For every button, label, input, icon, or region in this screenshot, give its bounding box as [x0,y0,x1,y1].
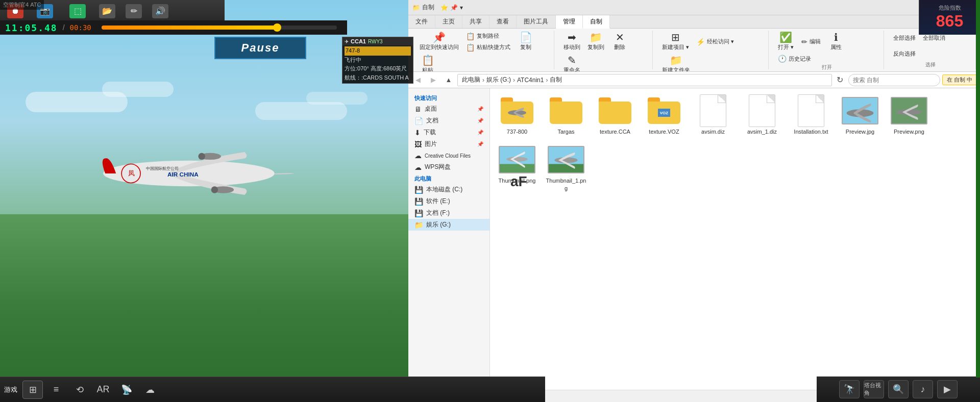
taskbar-ar-btn[interactable]: AR [93,381,113,399]
new-folder-btn[interactable]: 📁 新建文件夹 [659,54,693,71]
timer-remaining: 00:30 [70,23,91,32]
tab-view[interactable]: 查看 [489,15,517,28]
progress-bar[interactable] [102,26,337,30]
doc-avsim [700,94,726,127]
file-grid: 737-800 Targas [490,88,980,390]
taskbar-menu-btn[interactable]: ≡ [46,381,66,399]
sidebar-item-c[interactable]: 💾 本地磁盘 (C:) [408,184,489,195]
clipboard-group: 📌 固定到快速访问 📋 复制路径 📋 粘贴快捷方式 [412,31,554,69]
tower-view-btn[interactable]: 塔台视角 [864,380,884,398]
rename-btn[interactable]: ✎ 重命名 [560,54,583,71]
invert-selection-btn[interactable]: 反向选择 [890,49,919,59]
search-input[interactable] [848,74,940,86]
taskbar-screen-btn[interactable]: ⊞ [22,381,43,399]
copy-btn[interactable]: 📄 复制 [514,31,537,53]
open-group-label: 打开 [822,64,832,71]
sidebar-item-downloads[interactable]: ⬇ 下载 📌 [408,127,489,138]
danger-value: 865 [936,12,963,31]
taskbar-cloud-btn[interactable]: ☁ [140,381,160,399]
copy-to-icon: 📁 [590,32,602,42]
file-icon-thumbnail1 [548,144,584,175]
flight-info-body: 747-8 飞行中 方位:070° 高度:6860英尺 航线：:CARDS SO… [342,45,413,83]
flight-route: 航线：:CARDS SOUTH A [345,73,411,83]
pin-quick-access-btn[interactable]: 📌 固定到快速访问 [416,31,462,53]
danger-panel: 危险指数 865 [919,0,980,35]
move-to-btn[interactable]: ➡ 移动到 [560,31,583,53]
file-item-installation[interactable]: Installation.txt [788,92,834,138]
delete-btn[interactable]: ✕ 删除 [608,31,631,53]
drive-e-icon: 💾 [414,197,423,206]
svg-text:中国国际航空公司: 中国国际航空公司 [146,166,179,171]
file-item-737[interactable]: 737-800 [494,92,540,138]
file-item-texture-cca[interactable]: texture.CCA [592,92,638,138]
search-game-btn[interactable]: 🔍 [888,380,909,398]
tab-share[interactable]: 共享 [462,15,489,28]
tab-home[interactable]: 主页 [435,15,462,28]
history-btn[interactable]: 🕐 历史记录 [775,54,814,64]
file-icon-texture-voz: VOZ [646,95,682,126]
music-btn[interactable]: ♪ [913,380,933,398]
file-item-texture-voz[interactable]: VOZ texture.VOZ [641,92,687,138]
refresh-button[interactable]: ↻ [834,74,846,86]
select-all-btn[interactable]: 全部选择 [890,33,919,43]
file-item-thumbnail1[interactable]: Thumbnail_1.png [543,141,589,195]
file-icon-avsim [695,95,731,126]
open-file-btn[interactable]: ✅ 打开 ▾ [775,31,797,53]
file-item-preview-jpg[interactable]: Preview.jpg [837,92,883,138]
tab-file[interactable]: 文件 [408,15,435,28]
up-button[interactable]: ▲ [442,74,455,86]
fe-down-arrow: ▾ [460,4,463,11]
fe-sidebar: 快速访问 🖥 桌面 📌 📄 文档 📌 ⬇ 下载 📌 🖼 图片 📌 [408,88,490,390]
edit-file-btn[interactable]: ✏ 编辑 [798,37,824,47]
pause-label: Pause [241,41,280,55]
pin-icon: 📌 [433,32,446,42]
taskbar: 游戏 ⊞ ≡ ⟲ AR 📡 ☁ [0,376,545,402]
file-item-targas[interactable]: Targas [543,92,589,138]
address-path[interactable]: 此电脑 › 娱乐 (G:) › ATC4nin1 › 自制 [457,74,832,86]
quick-access-btn[interactable]: ⚡ 经松访问 ▾ [693,37,737,47]
sidebar-item-f[interactable]: 💾 文档 (F:) [408,207,489,219]
play-btn[interactable]: ▶ [937,380,958,398]
file-icon-preview-png [891,95,927,126]
binoculars-btn[interactable]: 🔭 [839,380,860,398]
paste-btn[interactable]: 📋 粘贴 [416,54,439,71]
copy-to-btn[interactable]: 📁 复制到 [584,31,607,53]
right-scrollbar[interactable] [976,0,980,378]
progress-knob [273,23,281,32]
in-custom-label: 在 自制 中 [947,77,972,83]
ribbon-tabs: 文件 主页 共享 查看 图片工具 管理 自制 [408,15,980,29]
file-explorer-titlebar: 📁 自制 ⭐ 📌 ▾ — □ ✕ [408,0,980,15]
new-item-btn[interactable]: ⊞ 新建项目 ▾ [659,31,692,53]
sidebar-item-wps[interactable]: ☁ WPS网盘 [408,161,489,173]
documents-icon: 📄 [414,117,423,125]
taskbar-rotate-btn[interactable]: ⟲ [69,381,90,399]
file-icon-thumbnail [499,144,535,175]
svg-text:AIR CHINA: AIR CHINA [167,171,199,178]
in-custom-button[interactable]: 在 自制 中 [942,74,977,85]
file-item-avsim[interactable]: avsim.diz [690,92,736,138]
sidebar-item-e[interactable]: 💾 软件 (E:) [408,195,489,207]
timer-display: 11:05.48 [5,22,58,33]
properties-icon: ℹ [834,32,838,42]
tab-custom[interactable]: 自制 [583,15,610,29]
tab-picture-tools[interactable]: 图片工具 [517,15,556,28]
sidebar-item-g[interactable]: 📁 娱乐 (G:) [408,219,489,231]
file-item-avsim1[interactable]: avsim_1.diz [739,92,785,138]
copy-path-btn[interactable]: 📋 复制路径 [463,31,513,41]
copy-icon: 📄 [520,32,532,42]
taskbar-signal-btn[interactable]: 📡 [116,381,137,399]
paste-shortcut-btn[interactable]: 📋 粘贴快捷方式 [463,42,513,53]
properties-btn[interactable]: ℹ 属性 [825,31,847,53]
sidebar-item-creative-cloud[interactable]: ☁ Creative Cloud Files [408,150,489,161]
tab-manage[interactable]: 管理 [556,15,583,29]
sidebar-item-pictures[interactable]: 🖼 图片 📌 [408,138,489,150]
file-item-preview-png[interactable]: Preview.png [886,92,932,138]
svg-point-4 [211,186,218,193]
ribbon-content: 📌 固定到快速访问 📋 复制路径 📋 粘贴快捷方式 [408,29,980,71]
sidebar-item-desktop[interactable]: 🖥 桌面 📌 [408,103,489,115]
sidebar-item-documents[interactable]: 📄 文档 📌 [408,115,489,127]
pause-button[interactable]: Pause [214,37,306,59]
new-group: ⊞ 新建项目 ▾ ⚡ 经松访问 ▾ 📁 新建文件夹 新建 [655,31,769,69]
forward-button[interactable]: ▶ [427,74,440,86]
desktop-icon: 🖥 [414,105,422,113]
